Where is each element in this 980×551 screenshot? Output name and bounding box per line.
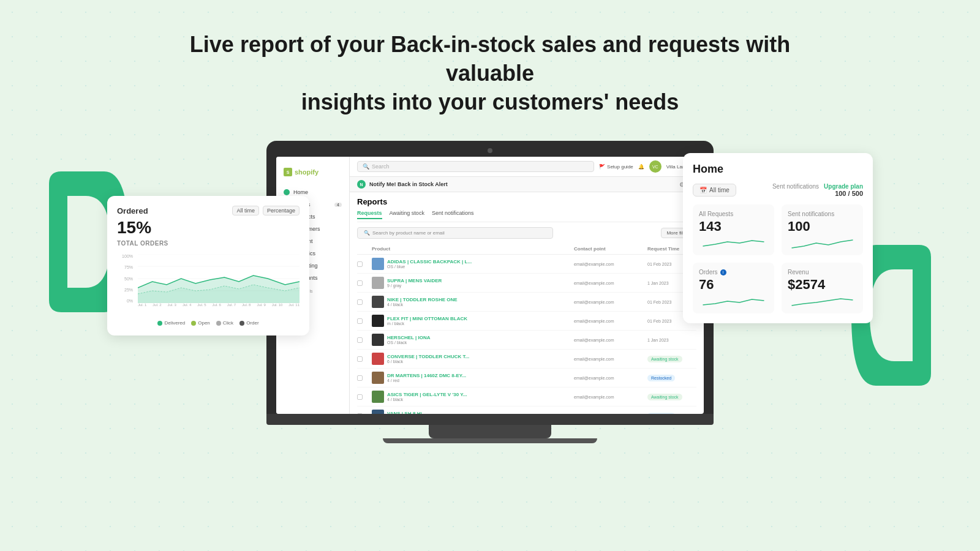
table-row: NIKE | TODDLER ROSHE ONE 4 / black email… (357, 293, 696, 312)
row-checkbox[interactable] (357, 318, 372, 324)
stat-all-requests-value: 143 (699, 219, 768, 234)
x-label: Jul. 2 (153, 303, 161, 315)
bell-btn[interactable]: 🔔 (638, 164, 644, 170)
tab-awaiting-stock[interactable]: Awaiting stock (390, 210, 424, 219)
orders-badge: 4 (334, 203, 342, 207)
stat-revenue: Revenu $2574 (782, 263, 863, 313)
row-checkbox[interactable] (357, 356, 372, 362)
stat-revenue-value: $2574 (788, 277, 857, 293)
topbar-search[interactable]: 🔍 Search (357, 161, 594, 172)
calendar-icon: 📅 (699, 187, 707, 193)
home-icon (284, 189, 290, 195)
card-header: Ordered All time Percentage (117, 206, 300, 216)
x-label: Jul. 5 (197, 303, 206, 315)
status-badge: Awaiting stock (647, 356, 682, 362)
laptop-mockup: S shopify Home Orders 4 (266, 141, 714, 443)
legend-open: Open (191, 320, 210, 326)
info-icon: i (720, 269, 726, 276)
product-image (372, 315, 384, 327)
x-label: Jul. 6 (212, 303, 221, 315)
x-label: Jul. 1 (138, 303, 146, 315)
home-stats-card: Home 📅 All time Sent notifications Upgra… (683, 153, 873, 323)
row-checkbox[interactable] (357, 280, 372, 286)
orders-mini-chart (699, 295, 768, 307)
user-avatar[interactable]: VC (649, 160, 662, 173)
shopify-topbar: 🔍 Search 🚩 Setup guide 🔔 VC Villa (350, 157, 704, 177)
orders-chart-card: Ordered All time Percentage 15% TOTAL OR… (107, 196, 309, 335)
laptop-screen-outer: S shopify Home Orders 4 (266, 141, 714, 414)
row-time: 1 Jan 2023 (647, 338, 696, 342)
reports-tabs: Requests Awaiting stock Sent notificatio… (357, 210, 696, 222)
status-badge: Restocked (647, 375, 675, 381)
headline: Live report of your Back-in-stock sales … (153, 31, 827, 116)
all-time-button[interactable]: 📅 All time (693, 184, 736, 197)
row-product: ASICS TIGER | GEL-LYTE V '30 Y... 4 / bl… (372, 391, 574, 403)
product-variant: 4 / black (387, 302, 458, 307)
table-row: FLEX FIT | MINI OTTOMAN BLACK m / black … (357, 312, 696, 331)
x-label: Jul. 7 (227, 303, 236, 315)
stat-sent-notifications: Sent notifications 100 (782, 204, 863, 255)
table-row: ASICS TIGER | GEL-LYTE V '30 Y... 4 / bl… (357, 388, 696, 407)
shopify-interface: S shopify Home Orders 4 (276, 157, 704, 414)
product-image (372, 296, 384, 308)
row-contact: email@example.com (574, 319, 647, 323)
row-checkbox[interactable] (357, 261, 372, 267)
setup-guide-btn[interactable]: 🚩 Setup guide (599, 164, 633, 170)
row-product: CONVERSE | TODDLER CHUCK T... 6 / black (372, 353, 574, 365)
table-row: SUPRA | MENS VAIDER 9 / gray email@examp… (357, 274, 696, 293)
topbar-actions: 🚩 Setup guide 🔔 VC Villa Larrabee (599, 160, 696, 173)
search-icon: 🔍 (363, 163, 369, 170)
row-checkbox[interactable] (357, 337, 372, 343)
card-percent-value: 15% (117, 218, 300, 238)
row-product: ADIDAS | CLASSIC BACKPACK | L... OS / bl… (372, 258, 574, 270)
table-row: HERSCHEL | IONA OS / black email@example… (357, 331, 696, 350)
stat-orders: Orders i 76 (693, 263, 774, 313)
row-product: VANS | SH-8 Hi 4 / black (372, 410, 574, 414)
stat-orders-value: 76 (699, 277, 768, 293)
laptop-base (266, 414, 714, 425)
sent-notifications-label: Sent notifications (772, 183, 819, 190)
row-product: SUPRA | MENS VAIDER 9 / gray (372, 277, 574, 289)
product-image (372, 391, 384, 403)
page-title: Live report of your Back-in-stock sales … (153, 31, 827, 116)
x-label: Jul. 3 (168, 303, 176, 315)
status-badge: Awaiting stock (647, 394, 682, 400)
search-icon-small: 🔍 (364, 230, 370, 236)
product-name: DR MARTENS | 1460Z DMC 8-EY... (387, 373, 466, 378)
tab-sent-notifications[interactable]: Sent notifications (432, 210, 474, 219)
row-checkbox[interactable] (357, 299, 372, 305)
card-total-orders-label: TOTAL ORDERS (117, 240, 300, 247)
product-name: SUPRA | MENS VAIDER (387, 278, 442, 283)
search-placeholder: Search (372, 163, 390, 170)
product-image (372, 353, 384, 365)
product-variant: 6 / black (387, 359, 469, 364)
table-row: ADIDAS | CLASSIC BACKPACK | L... OS / bl… (357, 255, 696, 274)
shopify-bag-icon: S (284, 168, 292, 176)
time-filter[interactable]: All time (232, 206, 259, 216)
row-product: DR MARTENS | 1460Z DMC 8-EY... 4 / red (372, 372, 574, 384)
product-variant: OS / black (387, 340, 431, 345)
card-controls: All time Percentage (232, 206, 300, 216)
stats-grid: All Requests 143 Sent notifications 100 … (693, 204, 863, 313)
stat-revenue-label: Revenu (788, 269, 857, 276)
product-name: VANS | SH-8 Hi (387, 411, 422, 414)
product-variant: 4 / black (387, 397, 467, 402)
laptop-screen: S shopify Home Orders 4 (276, 157, 704, 414)
product-name: ADIDAS | CLASSIC BACKPACK | L... (387, 259, 472, 264)
upgrade-plan-link[interactable]: Upgrade plan (824, 183, 863, 190)
sidebar-home-label: Home (293, 189, 308, 195)
row-status: Awaiting stock (647, 394, 696, 400)
chart-legend: Delivered Open Click Order (117, 320, 300, 326)
reports-title: Reports (357, 197, 696, 206)
chart-svg-area (138, 254, 300, 303)
reports-section: Reports Requests Awaiting stock Sent not… (350, 192, 704, 414)
tab-requests[interactable]: Requests (357, 210, 382, 219)
row-status: Restocked (647, 375, 696, 381)
row-checkbox[interactable] (357, 394, 372, 400)
row-contact: email@example.com (574, 395, 647, 399)
product-search-input[interactable]: 🔍 Search by product name or email (357, 227, 553, 239)
row-checkbox[interactable] (357, 375, 372, 381)
shopify-main: 🔍 Search 🚩 Setup guide 🔔 VC Villa (350, 157, 704, 414)
requests-mini-chart (699, 237, 768, 249)
format-filter[interactable]: Percentage (263, 206, 300, 216)
